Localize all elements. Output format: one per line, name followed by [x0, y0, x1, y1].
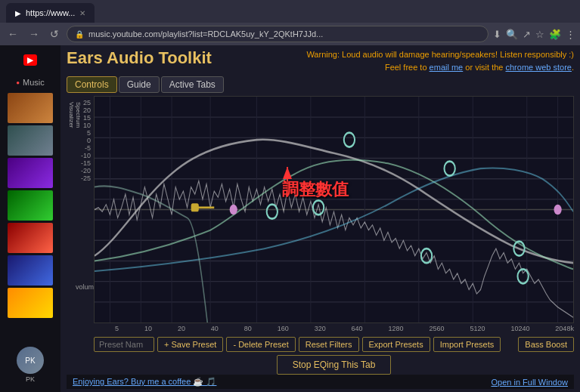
bottom-bar: Enjoying Ears? Buy me a coffee ☕ 🎵 Open …	[67, 375, 574, 389]
eq-control-point[interactable]	[313, 200, 324, 215]
warning-mid: or visit the	[465, 63, 503, 72]
preset-name-input[interactable]	[94, 337, 154, 352]
music-dot-icon: ●	[16, 79, 20, 86]
download-icon[interactable]: ⬇	[493, 29, 501, 40]
extension-icon[interactable]: 🧩	[549, 29, 561, 40]
tab-guide[interactable]: Guide	[119, 76, 160, 93]
avatar[interactable]: PK	[17, 347, 44, 374]
eq-control-point-fixed[interactable]	[230, 205, 237, 215]
svg-rect-23	[191, 203, 199, 211]
spectrum-visualizer-label: Spectrum Visualizer	[68, 102, 82, 128]
browser-tabs: ▶ https://www... ✕	[0, 0, 580, 23]
eq-controls-row1: + Save Preset - Delete Preset Reset Filt…	[94, 337, 574, 352]
list-item[interactable]	[8, 288, 53, 318]
search-icon[interactable]: 🔍	[506, 29, 518, 40]
page-content: ▶ ● Music PK PK Ears Audio Toolkit	[0, 45, 580, 392]
sidebar-thumbnails	[8, 93, 53, 318]
url-text: music.youtube.com/playlist?list=RDCLAK5u…	[88, 29, 323, 39]
save-preset-button[interactable]: + Save Preset	[157, 337, 223, 352]
eq-controls-row2: Stop EQing This Tab	[94, 355, 574, 375]
reload-button[interactable]: ↺	[47, 26, 62, 42]
back-button[interactable]: ←	[5, 26, 21, 42]
eq-control-point-fixed[interactable]	[554, 205, 561, 215]
list-item[interactable]	[8, 223, 53, 253]
list-item[interactable]	[8, 190, 53, 221]
tab-close-icon[interactable]: ✕	[79, 9, 85, 17]
user-label: PK	[26, 375, 35, 383]
share-icon[interactable]: ↗	[523, 29, 531, 40]
eq-graph-wrapper: Spectrum Visualizer volume 25 20 15 10 5…	[67, 96, 574, 375]
eq-graph[interactable]: 調整數值	[94, 96, 574, 323]
list-item[interactable]	[8, 255, 53, 286]
browser-tab-active[interactable]: ▶ https://www... ✕	[6, 3, 95, 23]
tab-controls[interactable]: Controls	[67, 76, 117, 93]
store-link[interactable]: chrome web store	[506, 63, 572, 72]
warning-line1: Warning: Loud audio will damage hearing/…	[306, 50, 574, 59]
music-label: Music	[23, 78, 45, 87]
bookmark-icon[interactable]: ☆	[535, 29, 544, 40]
sidebar-user: PK PK	[17, 347, 44, 386]
coffee-link[interactable]: Enjoying Ears? Buy me a coffee ☕ 🎵	[73, 377, 216, 387]
tab-label: https://www...	[26, 8, 75, 17]
forward-button[interactable]: →	[26, 26, 42, 42]
tab-active-tabs[interactable]: Active Tabs	[161, 76, 224, 93]
email-link[interactable]: email me	[430, 63, 464, 72]
eq-control-point[interactable]	[344, 133, 355, 147]
import-presets-button[interactable]: Import Presets	[433, 337, 501, 352]
annotation-text: 調整數值	[282, 178, 349, 201]
browser-toolbar: ← → ↺ 🔒 music.youtube.com/playlist?list=…	[0, 23, 580, 45]
menu-icon[interactable]: ⋮	[566, 29, 575, 40]
sidebar-music-label: ● Music	[16, 75, 45, 90]
list-item[interactable]	[8, 93, 53, 123]
x-axis-labels: 5 10 20 40 80 160 320 640 1280 2560 5120…	[94, 323, 574, 334]
lock-icon: 🔒	[75, 30, 84, 39]
tab-favicon: ▶	[15, 9, 21, 17]
open-window-link[interactable]: Open in Full Window	[492, 378, 569, 387]
reset-filters-button[interactable]: Reset Filters	[299, 337, 359, 352]
sidebar-logo: ▶	[23, 51, 37, 72]
bass-boost-button[interactable]: Bass Boost	[518, 337, 574, 352]
warning-text: Warning: Loud audio will damage hearing/…	[306, 48, 574, 73]
list-item[interactable]	[8, 125, 53, 156]
eq-curve-svg	[95, 97, 573, 323]
eq-tabs: Controls Guide Active Tabs	[67, 76, 574, 93]
warning-prefix: Feel free to	[385, 63, 427, 72]
delete-preset-button[interactable]: - Delete Preset	[226, 337, 295, 352]
sidebar: ▶ ● Music PK PK	[0, 45, 60, 392]
url-bar[interactable]: 🔒 music.youtube.com/playlist?list=RDCLAK…	[67, 26, 489, 42]
eq-header: Ears Audio Toolkit Warning: Loud audio w…	[67, 48, 574, 73]
browser-action-icons: ⬇ 🔍 ↗ ☆ 🧩 ⋮	[493, 29, 575, 40]
eq-control-point[interactable]	[267, 205, 278, 219]
list-item[interactable]	[8, 158, 53, 188]
youtube-logo[interactable]: ▶	[23, 54, 37, 66]
export-presets-button[interactable]: Export Presets	[362, 337, 430, 352]
eq-panel: Ears Audio Toolkit Warning: Loud audio w…	[60, 45, 580, 392]
app-title: Ears Audio Toolkit	[67, 48, 212, 68]
stop-eq-button[interactable]: Stop EQing This Tab	[277, 355, 392, 375]
eq-control-point[interactable]	[444, 162, 454, 176]
browser-chrome: ▶ https://www... ✕ ← → ↺ 🔒 music.youtube…	[0, 0, 580, 45]
